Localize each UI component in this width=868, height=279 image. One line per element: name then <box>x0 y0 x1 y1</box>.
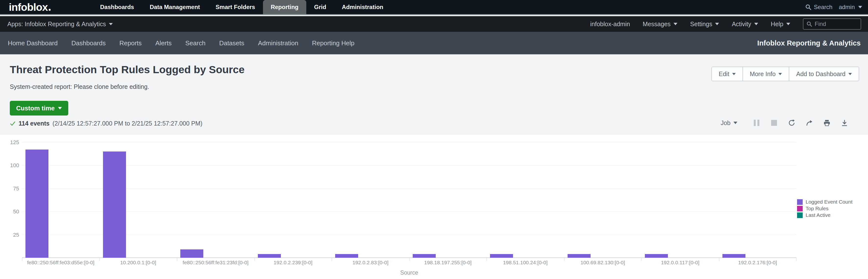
gridline <box>22 188 796 189</box>
plot-area <box>22 142 796 258</box>
report-subtitle: System-created report: Please clone befo… <box>10 83 149 90</box>
y-tick-label: 100 <box>2 162 19 168</box>
x-category-label: fe80::250:56ff:fe03:d55e:[0-0] <box>22 260 99 266</box>
find-search-box <box>803 18 861 30</box>
settings-menu[interactable]: Settings <box>690 21 719 28</box>
x-category-label: 192.0.2.83:[0-0] <box>332 260 409 266</box>
legend-swatch <box>797 206 803 212</box>
infoblox-logo[interactable]: infoblox <box>9 1 51 13</box>
chevron-down-icon <box>715 23 719 25</box>
infoblox-reporting-page: infoblox Dashboards Data Management Smar… <box>0 0 868 279</box>
gridline <box>22 165 796 165</box>
tab-smart-folders[interactable]: Smart Folders <box>208 0 263 14</box>
app-title: Infoblox Reporting & Analytics <box>757 39 861 47</box>
events-status-row: 114 events (2/14/25 12:57:27.000 PM to 2… <box>10 120 202 127</box>
events-range: (2/14/25 12:57:27.000 PM to 2/21/25 12:5… <box>53 120 203 127</box>
bar-logged-event-count[interactable] <box>26 150 49 258</box>
bar-logged-event-count[interactable] <box>180 249 203 258</box>
app-bar: Apps: Infoblox Reporting & Analytics inf… <box>0 16 868 32</box>
job-toolbar: Job <box>721 119 848 127</box>
search-icon <box>806 21 812 27</box>
messages-menu[interactable]: Messages <box>643 21 677 28</box>
report-actions: Edit More Info Add to Dashboard <box>711 67 859 81</box>
tab-reporting[interactable]: Reporting <box>263 0 306 14</box>
add-to-dashboard-button[interactable]: Add to Dashboard <box>789 67 859 81</box>
legend-item[interactable]: Last Active <box>797 212 852 218</box>
chevron-down-icon <box>778 73 782 75</box>
report-header: Threat Protection Top Rules Logged by So… <box>0 54 868 134</box>
y-tick-label: 25 <box>2 232 19 238</box>
time-range-picker-button[interactable]: Custom time <box>10 101 68 116</box>
apps-menu-label: Apps: Infoblox Reporting & Analytics <box>7 21 106 28</box>
reload-icon[interactable] <box>788 119 796 127</box>
legend-label: Top Rules <box>806 206 828 212</box>
user-menu[interactable]: admin <box>839 4 862 10</box>
search-label: Search <box>814 4 833 10</box>
events-count: 114 events <box>19 120 50 127</box>
activity-label: Activity <box>732 21 751 28</box>
search-icon <box>805 4 811 10</box>
legend-swatch <box>797 212 803 218</box>
nav-home-dashboard[interactable]: Home Dashboard <box>8 39 58 47</box>
global-nav-tabs: Dashboards Data Management Smart Folders… <box>92 0 391 14</box>
chevron-down-icon <box>109 23 113 25</box>
help-menu[interactable]: Help <box>771 21 790 28</box>
chevron-down-icon <box>786 23 790 25</box>
chevron-down-icon <box>754 23 758 25</box>
pause-icon[interactable] <box>752 119 761 127</box>
user-name: admin <box>839 4 855 10</box>
nav-reporting-help[interactable]: Reporting Help <box>312 39 354 47</box>
tab-administration[interactable]: Administration <box>334 0 391 14</box>
bar-logged-event-count[interactable] <box>722 254 745 258</box>
nav-datasets[interactable]: Datasets <box>219 39 244 47</box>
y-tick-label: 50 <box>2 209 19 215</box>
appbar-user-menu[interactable]: infoblox-admin <box>590 21 630 28</box>
time-range-label: Custom time <box>16 104 55 112</box>
export-icon[interactable] <box>841 119 848 127</box>
page-title: Threat Protection Top Rules Logged by So… <box>10 64 245 75</box>
nav-administration[interactable]: Administration <box>258 39 299 47</box>
activity-menu[interactable]: Activity <box>732 21 758 28</box>
logo-dot-icon <box>49 9 51 11</box>
legend-item[interactable]: Top Rules <box>797 206 852 212</box>
x-category-label: 100.69.82.130:[0-0] <box>564 260 642 266</box>
edit-button[interactable]: Edit <box>712 67 743 81</box>
bar-logged-event-count[interactable] <box>335 254 358 258</box>
tab-grid[interactable]: Grid <box>306 0 334 14</box>
nav-search[interactable]: Search <box>185 39 206 47</box>
bar-logged-event-count[interactable] <box>645 254 668 258</box>
x-category-label: 192.0.0.117:[0-0] <box>642 260 719 266</box>
print-icon[interactable] <box>823 119 831 127</box>
nav-reports[interactable]: Reports <box>119 39 142 47</box>
stop-icon[interactable] <box>770 119 778 127</box>
bar-logged-event-count[interactable] <box>567 254 591 258</box>
more-info-button[interactable]: More Info <box>743 67 789 81</box>
apps-menu[interactable]: Apps: Infoblox Reporting & Analytics <box>7 21 113 28</box>
app-bar-right: infoblox-admin Messages Settings Activit… <box>590 18 861 30</box>
success-check-icon <box>10 121 16 127</box>
global-nav-right: Search admin <box>805 4 862 10</box>
add-to-dashboard-label: Add to Dashboard <box>796 70 845 78</box>
legend-item[interactable]: Logged Event Count <box>797 199 852 205</box>
find-input[interactable] <box>815 21 868 27</box>
tab-data-management[interactable]: Data Management <box>142 0 208 14</box>
bar-logged-event-count[interactable] <box>258 254 281 258</box>
share-icon[interactable] <box>805 119 813 127</box>
reporting-nav-bar: Home Dashboard Dashboards Reports Alerts… <box>0 32 868 54</box>
chart-legend: Logged Event CountTop RulesLast Active <box>797 199 852 218</box>
legend-swatch <box>797 199 803 205</box>
nav-dashboards[interactable]: Dashboards <box>71 39 106 47</box>
x-axis-labels: fe80::250:56ff:fe03:d55e:[0-0]10.200.0.1… <box>22 260 796 267</box>
legend-label: Last Active <box>806 212 831 218</box>
job-menu-button[interactable]: Job <box>721 119 737 127</box>
bar-logged-event-count[interactable] <box>413 254 436 258</box>
tab-dashboards[interactable]: Dashboards <box>92 0 142 14</box>
nav-alerts[interactable]: Alerts <box>155 39 172 47</box>
bar-logged-event-count[interactable] <box>490 254 513 258</box>
chevron-down-icon <box>858 6 862 8</box>
chart-panel: 255075100125 fe80::250:56ff:fe03:d55e:[0… <box>0 134 868 279</box>
bar-logged-event-count[interactable] <box>103 152 126 258</box>
chevron-down-icon <box>734 122 737 124</box>
chevron-down-icon <box>732 73 736 75</box>
global-search-button[interactable]: Search <box>805 4 833 10</box>
